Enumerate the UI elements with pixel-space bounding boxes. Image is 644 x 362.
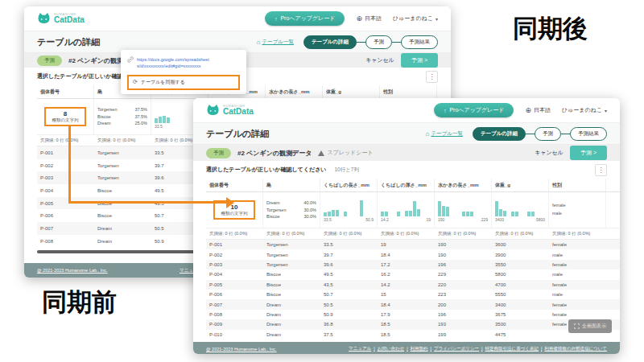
globe-icon: ⊕ [525, 107, 531, 114]
footer-link[interactable]: お問い合わせ [371, 346, 404, 352]
table-cell: 37.5 [320, 332, 378, 337]
table-cell: P-003 [37, 175, 94, 180]
fullscreen-button[interactable]: 全画面表示 [568, 319, 612, 333]
footer-link[interactable]: マニュアル [349, 346, 371, 352]
kebab-menu-button[interactable]: ⋮ [426, 71, 438, 83]
column-header: 体重_g [323, 85, 380, 98]
missing-value-label: 欠損値: 0 行 (0.0%) [549, 231, 606, 237]
bill-depth-histogram [381, 200, 431, 216]
cancel-button[interactable]: キャンセル [535, 149, 564, 157]
table-list-link[interactable]: ⌂テーブル一覧 [257, 39, 294, 46]
histogram-bar [163, 116, 166, 123]
table-cell: Biscoe [94, 188, 151, 193]
histogram-bar [336, 210, 339, 216]
table-cell: female [549, 312, 606, 317]
step-pill[interactable]: テーブルの詳細 [473, 127, 526, 141]
table-cell: P-005 [206, 282, 263, 287]
page-title: テーブルの詳細 [206, 128, 269, 140]
table-cell: 16.2 [378, 272, 435, 277]
spreadsheet-url-link[interactable]: https://docs.google.com/spreadsheets/d/x… [127, 56, 240, 70]
step-pill[interactable]: 予測結果 [401, 35, 438, 49]
front-window: HUMANOME CatData ↑Proへアップグレード ⊕日本語 ひゅーまの… [193, 98, 620, 354]
language-selector[interactable]: ⊕日本語 [525, 106, 551, 114]
cat-icon [37, 13, 51, 24]
table-row: P-005Biscoe43.514.22204700female [206, 280, 620, 290]
table-row: P-002Torgersen39.718.41903900male [206, 249, 620, 259]
step-pill[interactable]: 予測 [365, 35, 392, 49]
copyright-link[interactable]: @ 2021-2023 Humanome Lab., Inc. [37, 268, 108, 273]
table-cell: 190 [435, 242, 492, 247]
language-selector[interactable]: ⊕日本語 [356, 14, 382, 23]
table-cell: Dream [94, 239, 151, 244]
table-cell: Dream [263, 332, 320, 337]
table-dimensions: 10行と7列 [334, 167, 359, 174]
table-cell: Dream [94, 226, 151, 231]
table-cell: 5800 [492, 272, 549, 277]
histogram-bar [397, 212, 400, 216]
table-cell: 39.6 [320, 262, 378, 267]
step-pill[interactable]: 予測結果 [570, 127, 607, 141]
footer-link[interactable]: 特定商取引法に基づく表記 [479, 346, 539, 352]
footer-link[interactable]: プライバシーポリシー [428, 346, 479, 352]
breadcrumb-stepper: ⌂テーブル一覧 テーブルの詳細予測予測結果 [426, 127, 607, 141]
summary-mass-cell: 34005800 [492, 192, 549, 228]
table-list-link[interactable]: ⌂テーブル一覧 [426, 130, 463, 138]
header-actions: ↑Proへアップグレード ⊕日本語 ひゅーまのねこ▾ [265, 11, 438, 26]
histogram-bar [413, 201, 416, 216]
sex-category: male [552, 210, 602, 218]
workflow-stepper: テーブルの詳細予測予測結果 [473, 127, 607, 141]
table-cell: P-006 [206, 292, 263, 297]
user-menu[interactable]: ひゅーまのねこ▾ [562, 106, 607, 114]
step-pill[interactable]: テーブルの詳細 [303, 35, 357, 49]
page-title: テーブルの詳細 [37, 36, 100, 48]
table-cell: Biscoe [263, 282, 320, 287]
table-cell: 49.5 [320, 272, 378, 277]
table-cell: P-003 [206, 262, 263, 267]
sync-table-menu-item[interactable]: ⟳ テーブルを同期する [127, 75, 240, 90]
predict-button[interactable]: 予測 > [570, 146, 607, 160]
footer-link[interactable]: 利用者情報の外部送信について [539, 346, 607, 352]
upgrade-icon: ↑ [275, 16, 278, 22]
column-header: 個体番号 [37, 85, 94, 98]
user-menu[interactable]: ひゅーまのねこ▾ [393, 14, 438, 23]
flipper-length-histogram [438, 200, 488, 216]
table-cell: 199 [435, 332, 492, 337]
spreadsheet-source-button[interactable]: スプレッドシート [318, 149, 373, 157]
table-cell: 39.7 [320, 253, 378, 257]
column-header: 体重_g [492, 179, 549, 191]
status-badge: 予測 [37, 56, 62, 66]
histogram-bar [159, 117, 162, 123]
annotation-connector-vertical [68, 125, 71, 203]
histogram-bar [503, 211, 506, 216]
missing-value-label: 欠損値: 0 行 (0.0%) [435, 231, 492, 237]
table-cell: female [549, 262, 606, 267]
table-cell: Torgersen [94, 163, 151, 168]
column-header: くちばしの長さ_mm [320, 179, 378, 191]
brand-product: CatData [54, 16, 85, 24]
table-cell: P-008 [206, 312, 263, 317]
dataset-title: #2 ペンギンの観測データ [237, 149, 312, 158]
table-cell: 196 [435, 312, 492, 317]
confirm-text: 選択したテーブルが正しいか確認してください [206, 166, 326, 174]
copyright-link[interactable]: @ 2021-2023 Humanome Lab., Inc. [206, 347, 277, 352]
column-header: 島 [263, 179, 320, 191]
kebab-menu-button[interactable]: ⋮ [595, 164, 607, 176]
footer-link[interactable]: 利用規約 [404, 346, 427, 352]
table-cell: P-010 [206, 332, 263, 337]
column-header: 個体番号 [206, 179, 263, 191]
upgrade-pro-button[interactable]: ↑Proへアップグレード [265, 11, 345, 26]
predict-button[interactable]: 予測 > [401, 53, 438, 68]
table-cell: 3550 [492, 262, 549, 267]
table-cell: P-002 [206, 253, 263, 257]
histogram-bar [324, 212, 327, 216]
upgrade-pro-button[interactable]: ↑Proへアップグレード [434, 103, 514, 117]
histogram-bar [495, 201, 498, 216]
step-pill[interactable]: 予測 [535, 127, 561, 141]
table-cell: 14.2 [378, 282, 435, 287]
table-cell: 5550 [492, 292, 549, 297]
app-header: HUMANOME CatData ↑Proへアップグレード ⊕日本語 ひゅーまの… [24, 6, 451, 31]
table-cell: male [549, 272, 606, 277]
table-cell: P-008 [37, 239, 94, 244]
cancel-button[interactable]: キャンセル [365, 56, 394, 64]
table-cell: Torgersen [263, 253, 320, 257]
